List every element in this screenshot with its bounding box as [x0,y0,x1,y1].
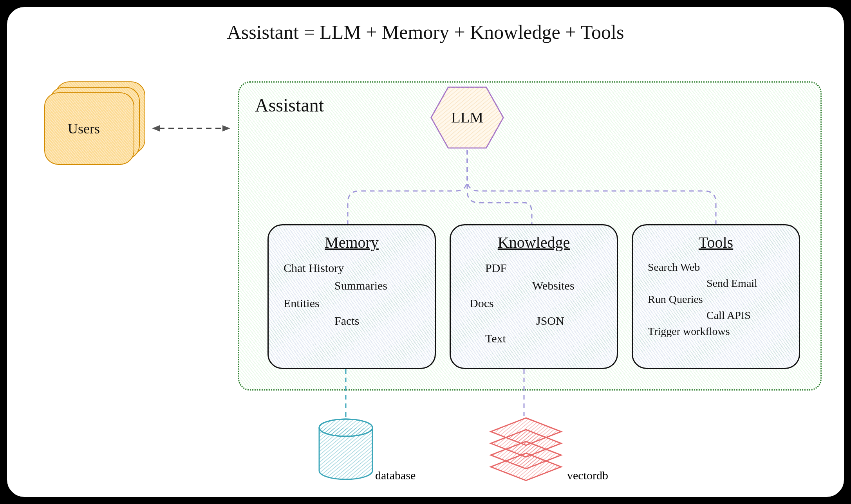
knowledge-items: PDF Websites Docs JSON Text [462,260,606,346]
memory-item: Chat History [284,260,424,275]
memory-title: Memory [280,233,424,252]
svg-marker-2 [222,125,230,131]
memory-item: Summaries [334,278,424,293]
database-label: database [375,469,416,482]
tools-item: Run Queries [648,292,788,306]
tools-box: Tools Search Web Send Email Run Queries … [632,224,800,369]
llm-connectors [258,148,814,226]
users-label: Users [68,121,100,137]
llm-label: LLM [451,109,483,126]
knowledge-item: Docs [470,295,606,311]
svg-marker-1 [152,125,160,131]
storage-connectors [258,369,610,420]
memory-box: Memory Chat History Summaries Entities F… [267,224,436,369]
memory-item: Facts [334,313,424,328]
assistant-label: Assistant [255,94,324,116]
diagram-frame: Assistant = LLM + Memory + Knowledge + T… [5,5,846,499]
knowledge-item: Websites [532,278,606,293]
tools-items: Search Web Send Email Run Queries Call A… [644,260,788,338]
memory-item: Entities [284,295,424,311]
users-assistant-arrow [152,121,230,136]
knowledge-item: JSON [536,313,606,328]
vectordb-icon [487,414,565,484]
tools-title: Tools [644,233,788,252]
vectordb-label: vectordb [567,469,608,482]
svg-point-8 [319,419,372,436]
llm-node: LLM [428,85,506,150]
database-icon [316,418,375,481]
knowledge-item: Text [485,331,606,346]
knowledge-title: Knowledge [462,233,606,252]
users-node: Users [44,81,146,167]
tools-item: Send Email [706,276,788,290]
tools-item: Trigger workflows [648,324,788,338]
tools-item: Search Web [648,260,788,274]
diagram-title: Assistant = LLM + Memory + Knowledge + T… [7,21,844,43]
tools-item: Call APIS [706,308,788,322]
knowledge-box: Knowledge PDF Websites Docs JSON Text [450,224,618,369]
knowledge-item: PDF [485,260,606,275]
memory-items: Chat History Summaries Entities Facts [280,260,424,328]
